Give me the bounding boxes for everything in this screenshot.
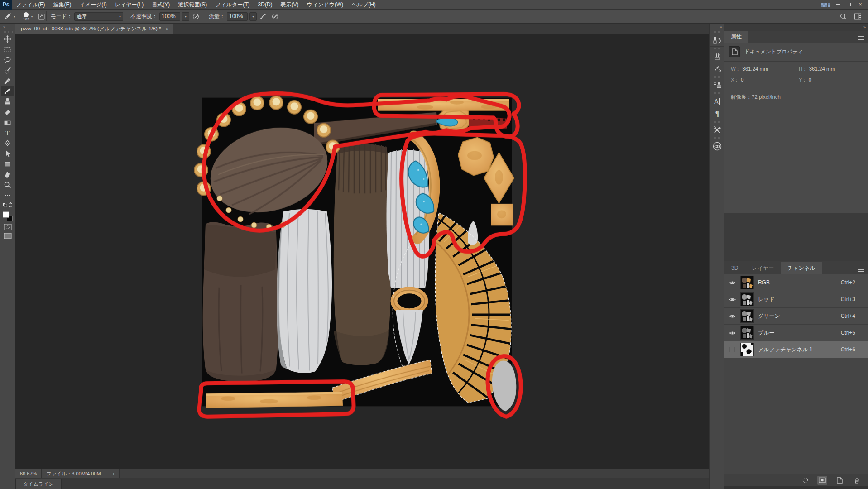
channels-panel-menu-icon[interactable] <box>858 268 868 274</box>
channel-shortcut: Ctrl+3 <box>841 296 863 302</box>
rectangular-marquee-tool[interactable] <box>1 44 14 55</box>
channel-thumbnail[interactable] <box>741 293 753 306</box>
menu-view[interactable]: 表示(V) <box>277 0 303 9</box>
menu-layer[interactable]: レイヤー(L) <box>111 0 148 9</box>
load-channel-as-selection-button[interactable] <box>800 476 810 485</box>
minimize-button[interactable] <box>836 4 840 5</box>
brush-preset-picker[interactable]: 102 ▾ <box>19 10 36 23</box>
quick-selection-tool[interactable] <box>1 65 14 76</box>
status-expander-icon[interactable]: › <box>113 470 115 477</box>
eyedropper-tool[interactable] <box>1 76 14 86</box>
channel-thumbnail[interactable] <box>741 276 753 289</box>
creative-cloud-icon[interactable] <box>710 140 724 152</box>
file-info-segment[interactable]: ファイル：3.00M/4.00M › <box>42 469 119 478</box>
document-tab[interactable]: pww_00_ub_0088.dds @ 66.7% (アルファチャンネル 1/… <box>15 24 173 34</box>
toolbar-grip[interactable] <box>3 31 13 33</box>
edit-toolbar-ellipsis[interactable] <box>1 190 14 201</box>
chevron-down-icon: ▾ <box>185 14 187 19</box>
channel-row-rgb[interactable]: RGB Ctrl+2 <box>724 274 868 291</box>
toolbar-collapse-icon[interactable]: » <box>0 24 5 30</box>
history-panel-icon[interactable] <box>710 34 724 46</box>
chevron-down-icon: ▾ <box>14 14 15 19</box>
gradient-tool[interactable] <box>1 117 14 128</box>
mode-select[interactable]: 通常 ▾ <box>74 12 123 21</box>
save-selection-as-channel-button[interactable] <box>817 476 827 485</box>
tab-layers[interactable]: レイヤー <box>745 262 781 274</box>
new-channel-button[interactable] <box>834 476 844 485</box>
paragraph-panel-icon[interactable]: ¶ <box>710 107 724 120</box>
menu-type[interactable]: 書式(Y) <box>148 0 174 9</box>
foreground-color-swatch[interactable] <box>3 211 9 218</box>
quick-mask-icon[interactable] <box>4 224 12 230</box>
pen-tool[interactable] <box>1 138 14 149</box>
menu-window[interactable]: ウィンドウ(W) <box>303 0 348 9</box>
visibility-eye-icon[interactable] <box>728 314 736 319</box>
channel-row-blue[interactable]: ブルー Ctrl+5 <box>724 325 868 341</box>
zoom-tool[interactable] <box>1 180 14 190</box>
channel-thumbnail[interactable] <box>741 310 753 322</box>
menu-edit[interactable]: 編集(E) <box>49 0 75 9</box>
dock-expand-icon[interactable]: « <box>720 24 724 30</box>
visibility-eye-icon[interactable] <box>728 280 736 285</box>
character-panel-icon[interactable]: A <box>710 95 724 107</box>
tab-3d[interactable]: 3D <box>724 262 745 274</box>
toggle-brush-panel-button[interactable] <box>36 11 46 21</box>
tab-properties[interactable]: 属性 <box>724 31 748 43</box>
pressure-size-icon[interactable] <box>270 11 280 21</box>
tool-presets-panel-icon[interactable] <box>710 124 724 136</box>
lasso-tool[interactable] <box>1 55 14 65</box>
channel-thumbnail[interactable] <box>741 343 753 356</box>
menu-file[interactable]: ファイル(F) <box>12 0 49 9</box>
visibility-toggle-empty[interactable] <box>728 347 736 352</box>
brushes-panel-icon[interactable] <box>710 50 724 62</box>
search-icon[interactable] <box>838 11 848 21</box>
properties-panel-menu-icon[interactable] <box>858 36 868 43</box>
mode-value: 通常 <box>77 13 116 20</box>
default-and-swap-colors-icon[interactable] <box>2 202 13 208</box>
hand-tool[interactable] <box>1 169 14 180</box>
flow-select[interactable]: 100% <box>227 12 248 21</box>
brush-tool[interactable] <box>1 86 14 96</box>
tab-close-icon[interactable]: × <box>165 26 168 32</box>
opacity-select[interactable]: 100% <box>159 12 180 21</box>
pressure-opacity-icon[interactable] <box>191 11 201 21</box>
zoom-level-field[interactable]: 66.67% <box>15 469 42 478</box>
clone-source-panel-icon[interactable] <box>710 79 724 91</box>
tool-preset-picker[interactable]: ▾ <box>0 10 19 23</box>
panels-collapse-icon[interactable]: » <box>863 25 865 29</box>
brush-settings-panel-icon[interactable] <box>710 62 724 75</box>
eraser-tool[interactable] <box>1 107 14 117</box>
menu-3d[interactable]: 3D(D) <box>254 0 277 9</box>
delete-channel-button[interactable] <box>852 476 862 485</box>
tab-channels[interactable]: チャンネル <box>781 262 822 274</box>
foreground-background-swatches[interactable] <box>3 211 13 221</box>
document-area: pww_00_ub_0088.dds @ 66.7% (アルファチャンネル 1/… <box>15 24 709 489</box>
airbrush-icon[interactable] <box>259 11 269 21</box>
clone-stamp-tool[interactable] <box>1 96 14 107</box>
rectangle-tool[interactable] <box>1 159 14 169</box>
close-button[interactable]: × <box>857 1 863 8</box>
menu-image[interactable]: イメージ(I) <box>75 0 110 9</box>
channel-thumbnail[interactable] <box>741 326 753 339</box>
menu-filter[interactable]: フィルター(T) <box>211 0 254 9</box>
restore-button[interactable] <box>847 3 851 6</box>
menu-select[interactable]: 選択範囲(S) <box>174 0 211 9</box>
move-tool[interactable] <box>1 34 14 44</box>
type-tool[interactable]: T <box>1 128 14 138</box>
tab-timeline[interactable]: タイムライン <box>15 479 62 489</box>
path-selection-tool[interactable] <box>1 149 14 159</box>
flow-dropdown[interactable]: ▾ <box>249 12 257 21</box>
svg-text:A: A <box>714 98 719 105</box>
opacity-dropdown[interactable]: ▾ <box>182 12 189 21</box>
canvas-viewport[interactable] <box>15 34 709 469</box>
screen-mode-icon[interactable] <box>4 233 12 239</box>
visibility-eye-icon[interactable] <box>728 297 736 302</box>
visibility-eye-icon[interactable] <box>728 331 736 336</box>
menu-help[interactable]: ヘルプ(H) <box>347 0 380 9</box>
channel-row-green[interactable]: グリーン Ctrl+4 <box>724 308 868 325</box>
channel-row-alpha-1[interactable]: アルファチャンネル 1 Ctrl+6 <box>724 341 868 358</box>
channel-row-red[interactable]: レッド Ctrl+3 <box>724 291 868 308</box>
photoshop-logo[interactable]: Ps <box>0 0 12 10</box>
layout-tiles-icon[interactable] <box>821 3 830 7</box>
workspace-icon[interactable] <box>853 11 863 21</box>
